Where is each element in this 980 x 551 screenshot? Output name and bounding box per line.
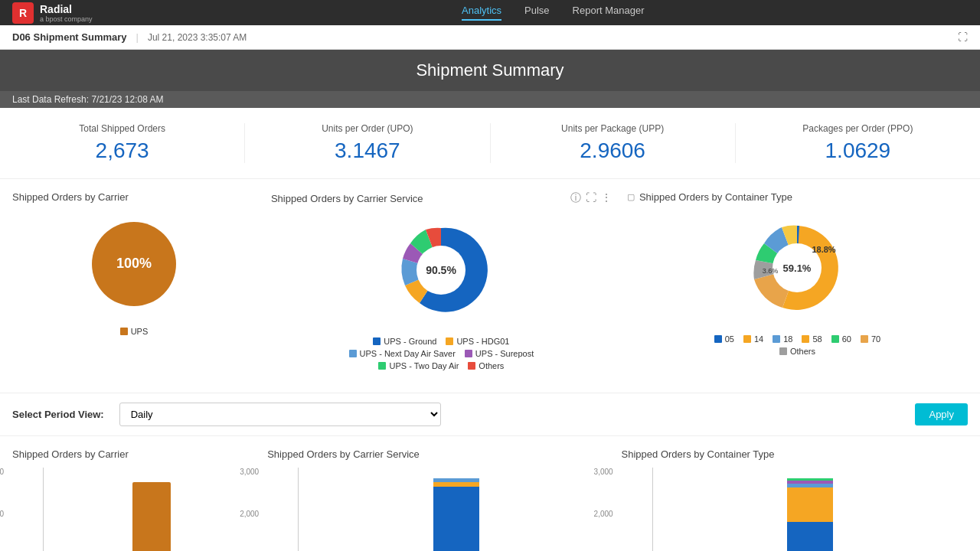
kpi-ppo-value: 1.0629 (736, 139, 980, 163)
svg-text:59.1%: 59.1% (783, 262, 812, 274)
svg-text:3.6%: 3.6% (763, 267, 779, 275)
carrier-service-pie-title: Shipped Orders by Carrier Service ⓘ ⛶ ⋮ (271, 191, 612, 205)
carrier-service-pie-chart: 90.5% (384, 213, 498, 328)
apply-button[interactable]: Apply (915, 403, 968, 425)
pie-charts-section: Shipped Orders by Carrier 100% UPS Shipp… (0, 179, 980, 393)
container-legend: 05 14 18 58 60 (697, 334, 897, 356)
container-pie-title: ▢ Shipped Orders by Container Type (627, 191, 968, 203)
carrier-y-axis: 3,000 2,000 1,000 0 (0, 468, 4, 551)
carrier-pie-legend: UPS (120, 327, 149, 336)
breadcrumb-date: Jul 21, 2023 3:35:07 AM (148, 32, 247, 43)
carrier-pie-panel: Shipped Orders by Carrier 100% UPS (12, 191, 256, 380)
logo: R Radial a bpost company (12, 2, 93, 24)
carrier-service-bar-area (298, 468, 613, 551)
expand-chart-icon[interactable]: ⛶ (586, 191, 596, 205)
more-icon[interactable]: ⋮ (601, 191, 612, 205)
carrier-service-bar-title: Shipped Orders by Carrier Service (267, 448, 613, 460)
carrier-service-pie-panel: Shipped Orders by Carrier Service ⓘ ⛶ ⋮ … (271, 191, 612, 380)
container-pie-panel: ▢ Shipped Orders by Container Type (627, 191, 968, 380)
legend-ups-ground: UPS - Ground (373, 337, 436, 346)
period-selector-row: Select Period View: Daily Weekly Monthly… (0, 393, 980, 436)
carrier-service-y-axis: 3,000 2,000 1,000 0 (240, 468, 259, 551)
logo-icon: R (12, 2, 34, 24)
kpi-upp: Units per Package (UPP) 2.9606 (491, 123, 736, 163)
refresh-value: 7/21/23 12:08 AM (91, 94, 163, 105)
kpi-row: Total Shipped Orders 2,673 Units per Ord… (0, 108, 980, 179)
kpi-upo-label: Units per Order (UPO) (245, 123, 489, 134)
carrier-pie-container: 100% UPS (12, 210, 256, 336)
kpi-upp-value: 2.9606 (491, 139, 735, 163)
legend-70: 70 (861, 334, 880, 344)
legend-ups-two-day: UPS - Two Day Air (378, 361, 459, 370)
kpi-upp-label: Units per Package (UPP) (491, 123, 735, 134)
bar-charts-section: Shipped Orders by Carrier 3,000 2,000 1,… (0, 436, 980, 551)
top-navigation: R Radial a bpost company Analytics Pulse… (0, 0, 980, 25)
container-y-axis: 3,000 2,000 1,000 0 (594, 468, 613, 551)
nav-pulse[interactable]: Pulse (524, 5, 550, 21)
legend-18: 18 (773, 334, 792, 344)
carrier-service-bar-group (433, 478, 479, 551)
container-bar-title: Shipped Orders by Container Type (622, 448, 968, 460)
logo-text: Radial a bpost company (40, 3, 93, 23)
container-bar-panel: Shipped Orders by Container Type 3,000 2… (622, 448, 968, 551)
refresh-label: Last Data Refresh: (12, 94, 89, 105)
page-header: Shipment Summary (0, 50, 980, 91)
legend-others: Others (468, 361, 504, 370)
nav-links: Analytics Pulse Report Manager (139, 5, 968, 21)
kpi-upo-value: 3.1467 (245, 139, 489, 163)
kpi-upo: Units per Order (UPO) 3.1467 (245, 123, 490, 163)
carrier-ups-bar (132, 482, 171, 551)
carrier-bar-panel: Shipped Orders by Carrier 3,000 2,000 1,… (12, 448, 260, 551)
ups-color-dot (120, 328, 128, 335)
container-pie-container: 18.8% 59.1% 3.6% 05 14 18 (627, 210, 968, 356)
carrier-service-bar-panel: Shipped Orders by Carrier Service 3,000 … (267, 448, 613, 551)
container-70-segment (787, 487, 833, 522)
legend-container-others: Others (779, 347, 815, 356)
breadcrumb-title: D06 Shipment Summary (12, 31, 127, 43)
legend-ups-surepost: UPS - Surepost (465, 349, 534, 358)
breadcrumb-bar: D06 Shipment Summary | Jul 21, 2023 3:35… (0, 25, 980, 50)
carrier-bar-group (132, 482, 171, 551)
svg-text:18.8%: 18.8% (812, 245, 836, 254)
period-select[interactable]: Daily Weekly Monthly (119, 403, 441, 426)
container-58-segment (787, 522, 833, 551)
nav-analytics[interactable]: Analytics (462, 5, 501, 21)
svg-text:90.5%: 90.5% (426, 264, 457, 276)
legend-ups-hdg01: UPS - HDG01 (446, 337, 509, 346)
period-label: Select Period View: (12, 409, 104, 420)
page-title: Shipment Summary (416, 60, 564, 80)
legend-05: 05 (714, 334, 734, 344)
expand-icon[interactable]: ⛶ (958, 31, 968, 43)
ground-segment (433, 487, 479, 551)
carrier-pie-title: Shipped Orders by Carrier (12, 191, 256, 203)
carrier-pie-chart: 100% (80, 210, 188, 318)
legend-60: 60 (831, 334, 851, 344)
nav-report-manager[interactable]: Report Manager (573, 5, 645, 21)
svg-text:100%: 100% (116, 256, 152, 271)
refresh-bar: Last Data Refresh: 7/21/23 12:08 AM (0, 91, 980, 108)
legend-ups: UPS (120, 327, 149, 336)
legend-58: 58 (802, 334, 822, 344)
container-bar-group (787, 478, 833, 551)
kpi-ppo-label: Packages per Order (PPO) (736, 123, 980, 134)
legend-ups-next-day: UPS - Next Day Air Saver (349, 349, 456, 358)
legend-14: 14 (743, 334, 763, 344)
kpi-total-shipped-label: Total Shipped Orders (0, 123, 244, 134)
carrier-service-pie-container: 90.5% UPS - Ground UPS - HDG01 UPS - Nex… (271, 213, 612, 370)
kpi-total-shipped: Total Shipped Orders 2,673 (0, 123, 245, 163)
info-icon[interactable]: ⓘ (570, 191, 581, 205)
container-bar-area (652, 468, 968, 551)
carrier-bar-area (43, 468, 260, 551)
container-pie-chart: 18.8% 59.1% 3.6% (740, 210, 854, 325)
kpi-total-shipped-value: 2,673 (0, 139, 244, 163)
carrier-bar-title: Shipped Orders by Carrier (12, 448, 260, 460)
kpi-ppo: Packages per Order (PPO) 1.0629 (736, 123, 980, 163)
carrier-service-legend: UPS - Ground UPS - HDG01 UPS - Next Day … (326, 337, 556, 370)
